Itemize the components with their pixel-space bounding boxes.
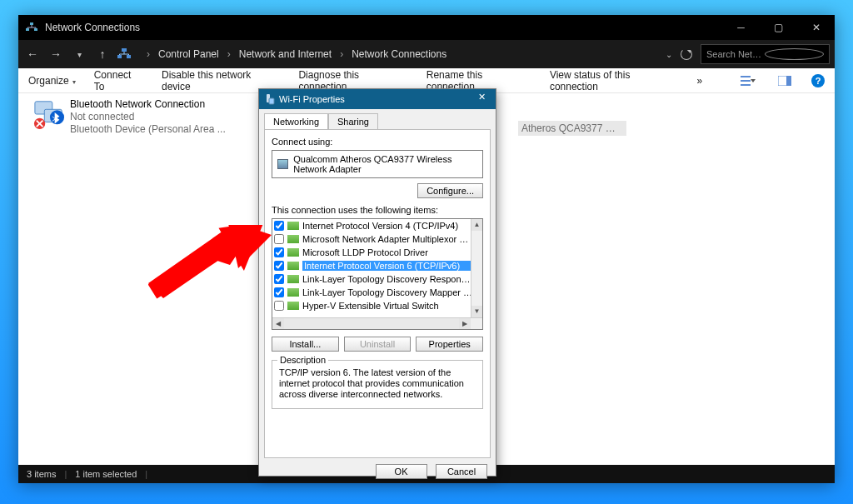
dialog-tab-body: Connect using: Qualcomm Atheros QCA9377 … xyxy=(264,129,491,458)
forward-button[interactable]: → xyxy=(47,47,65,61)
bluetooth-connection-text: Bluetooth Network Connection Not connect… xyxy=(70,98,226,136)
description-label: Description xyxy=(277,355,328,365)
protocol-label: Hyper-V Extensible Virtual Switch xyxy=(302,301,472,311)
dialog-tabs: Networking Sharing xyxy=(259,109,496,129)
svg-rect-3 xyxy=(117,55,122,58)
bluetooth-connection-item[interactable]: Bluetooth Network Connection Not connect… xyxy=(33,98,226,136)
protocol-checkbox[interactable] xyxy=(274,261,284,271)
protocol-icon xyxy=(287,222,299,230)
properties-button[interactable]: Properties xyxy=(416,337,483,352)
more-commands-button[interactable]: » xyxy=(697,75,703,87)
wifi-properties-dialog: Wi-Fi Properties ✕ Networking Sharing Co… xyxy=(258,88,496,477)
horizontal-scrollbar[interactable]: ◀ ▶ xyxy=(272,317,482,329)
protocol-item[interactable]: Link-Layer Topology Discovery Responder xyxy=(272,272,482,286)
description-text: TCP/IP version 6. The latest version of … xyxy=(279,367,476,400)
protocol-checkbox[interactable] xyxy=(274,247,284,257)
svg-rect-16 xyxy=(269,98,274,104)
ok-button[interactable]: OK xyxy=(376,464,427,479)
connect-to-button[interactable]: Connect To xyxy=(94,69,143,92)
protocol-icon xyxy=(287,288,299,297)
address-history-button[interactable]: ⌄ xyxy=(666,50,672,59)
tab-networking[interactable]: Networking xyxy=(264,113,328,130)
protocol-item[interactable]: Microsoft Network Adapter Multiplexor Pr… xyxy=(272,232,482,246)
protocol-checkbox[interactable] xyxy=(274,287,284,297)
search-icon xyxy=(765,48,825,60)
window-title: Network Connections xyxy=(45,22,722,33)
statusbar-separator: | xyxy=(145,469,147,479)
preview-pane-button[interactable] xyxy=(776,72,794,90)
refresh-button[interactable] xyxy=(681,48,692,60)
install-button[interactable]: Install... xyxy=(272,337,339,352)
adapter-icon xyxy=(277,159,288,169)
protocol-item[interactable]: Microsoft LLDP Protocol Driver xyxy=(272,246,482,259)
back-button[interactable]: ← xyxy=(23,47,42,61)
close-button[interactable]: ✕ xyxy=(797,15,835,40)
wifi-connection-device-hint[interactable]: Atheros QCA9377 Wir... xyxy=(518,121,626,136)
svg-rect-7 xyxy=(741,80,751,82)
connection-device: Bluetooth Device (Personal Area ... xyxy=(70,123,226,136)
protocol-checkbox[interactable] xyxy=(274,234,284,244)
protocol-checkbox[interactable] xyxy=(274,221,284,231)
app-icon xyxy=(25,21,38,34)
bluetooth-icon xyxy=(33,98,65,130)
connect-using-label: Connect using: xyxy=(272,137,483,147)
scroll-up-button[interactable]: ▲ xyxy=(471,219,482,231)
status-selected-count: 1 item selected xyxy=(75,469,137,479)
help-button[interactable]: ? xyxy=(811,74,825,87)
cancel-button[interactable]: Cancel xyxy=(436,464,487,479)
minimize-button[interactable]: ─ xyxy=(722,15,760,40)
breadcrumb[interactable]: Control Panel Network and Internet Netwo… xyxy=(143,48,666,60)
svg-rect-5 xyxy=(122,48,127,52)
search-input[interactable]: Search Network Co... xyxy=(701,44,830,64)
svg-rect-8 xyxy=(741,84,751,86)
scroll-right-button[interactable]: ▶ xyxy=(459,318,471,329)
protocol-item[interactable]: Hyper-V Extensible Virtual Switch xyxy=(272,299,482,312)
protocol-list[interactable]: Internet Protocol Version 4 (TCP/IPv4)Mi… xyxy=(272,218,483,330)
statusbar-separator: | xyxy=(64,469,67,479)
dialog-close-button[interactable]: ✕ xyxy=(472,92,491,107)
description-groupbox: Description TCP/IP version 6. The latest… xyxy=(272,360,483,409)
dialog-title: Wi-Fi Properties xyxy=(279,94,472,104)
recent-locations-button[interactable]: ▾ xyxy=(70,50,88,59)
scroll-down-button[interactable]: ▼ xyxy=(471,306,482,317)
protocol-label: Internet Protocol Version 6 (TCP/IPv6) xyxy=(302,261,472,271)
up-button[interactable]: ↑ xyxy=(93,47,112,61)
tab-sharing[interactable]: Sharing xyxy=(328,113,378,130)
configure-button[interactable]: Configure... xyxy=(417,183,483,198)
svg-rect-6 xyxy=(741,76,751,77)
svg-rect-0 xyxy=(26,28,29,31)
window-buttons: ─ ▢ ✕ xyxy=(722,15,835,40)
navbar: ← → ▾ ↑ Control Panel Network and Intern… xyxy=(18,40,835,68)
protocol-label: Microsoft Network Adapter Multiplexor Pr… xyxy=(302,234,472,244)
breadcrumb-item[interactable]: Control Panel xyxy=(158,48,219,60)
maximize-button[interactable]: ▢ xyxy=(760,15,797,40)
connection-name: Bluetooth Network Connection xyxy=(70,98,226,111)
protocol-label: Link-Layer Topology Discovery Responder xyxy=(302,274,472,284)
view-options-button[interactable] xyxy=(739,72,757,90)
protocol-checkbox[interactable] xyxy=(274,301,284,311)
location-icon xyxy=(117,47,132,62)
scroll-left-button[interactable]: ◀ xyxy=(272,318,284,329)
svg-rect-10 xyxy=(786,76,791,86)
organize-menu[interactable]: Organize xyxy=(28,75,76,87)
svg-rect-4 xyxy=(127,55,131,58)
protocol-label: Internet Protocol Version 4 (TCP/IPv4) xyxy=(302,221,472,231)
protocol-icon xyxy=(287,275,299,283)
uninstall-button: Uninstall xyxy=(344,337,412,352)
protocol-item[interactable]: Link-Layer Topology Discovery Mapper I/O… xyxy=(272,286,482,299)
adapter-box: Qualcomm Atheros QCA9377 Wireless Networ… xyxy=(272,150,483,178)
items-label: This connection uses the following items… xyxy=(272,205,483,215)
view-status-button[interactable]: View status of this connection xyxy=(550,69,679,92)
vertical-scrollbar[interactable]: ▲ ▼ xyxy=(471,219,482,317)
protocol-item[interactable]: Internet Protocol Version 6 (TCP/IPv6) xyxy=(272,259,482,272)
svg-rect-1 xyxy=(34,28,37,31)
protocol-icon xyxy=(287,248,299,257)
breadcrumb-item[interactable]: Network and Internet xyxy=(239,48,332,60)
protocol-icon xyxy=(287,235,299,243)
protocol-checkbox[interactable] xyxy=(274,274,284,284)
protocol-label: Microsoft LLDP Protocol Driver xyxy=(302,247,472,257)
breadcrumb-item[interactable]: Network Connections xyxy=(352,48,446,60)
status-item-count: 3 items xyxy=(27,469,56,479)
dialog-titlebar: Wi-Fi Properties ✕ xyxy=(259,89,496,109)
protocol-item[interactable]: Internet Protocol Version 4 (TCP/IPv4) xyxy=(272,219,482,232)
